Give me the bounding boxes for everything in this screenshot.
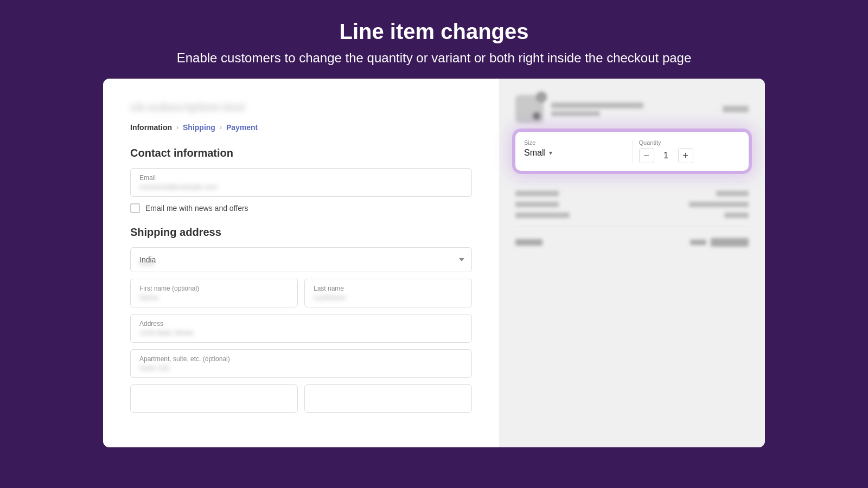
checkout-right-panel: 1 Size Small ▾ Quantity − (499, 79, 765, 447)
shipping-value (689, 202, 749, 207)
newsletter-checkbox-row: Email me with news and offers (130, 203, 472, 213)
shipping-label (515, 202, 559, 207)
variant-quantity-controls: Size Small ▾ Quantity − 1 + (515, 132, 749, 171)
page-title: Line item changes (22, 20, 846, 44)
summary-shipping-row (515, 202, 749, 207)
breadcrumb-sep-1: › (176, 124, 178, 131)
total-value (711, 238, 749, 247)
product-heart-icon (533, 112, 540, 120)
quantity-row: − 1 + (639, 148, 741, 163)
apt-label: Apartment, suite, etc. (optional) (139, 355, 463, 363)
newsletter-label: Email me with news and offers (145, 204, 248, 213)
contact-section-title: Contact information (130, 147, 472, 159)
size-label: Size (524, 139, 626, 146)
page-subtitle: Enable customers to change the quantity … (22, 50, 846, 66)
first-name-group: First name (optional) Name (130, 279, 298, 307)
breadcrumb: Information › Shipping › Payment (130, 123, 472, 132)
summary-tax-row (515, 213, 749, 218)
newsletter-checkbox[interactable] (130, 203, 140, 213)
subtotal-value (716, 191, 749, 196)
quantity-value: 1 (661, 151, 672, 160)
country-select[interactable]: Country/Region India (130, 247, 472, 272)
breadcrumb-payment[interactable]: Payment (226, 123, 258, 132)
shipping-section-title: Shipping address (130, 226, 472, 239)
address-label: Address (139, 320, 463, 328)
size-value: Small (524, 148, 546, 158)
quantity-label: Quantity (639, 139, 741, 146)
size-chevron-icon: ▾ (549, 149, 552, 157)
quantity-control: Quantity − 1 + (639, 139, 741, 163)
breadcrumb-sep-2: › (220, 124, 222, 131)
product-badge: 1 (536, 92, 547, 102)
country-field-group: Country/Region India India (130, 247, 472, 272)
checkout-panel: cb-subscription-test Information › Shipp… (103, 79, 765, 447)
total-label (515, 239, 542, 246)
name-row: First name (optional) Name Last name Las… (130, 279, 472, 314)
total-currency (690, 240, 706, 245)
last-name-label: Last name (314, 285, 463, 292)
product-name-blur (551, 102, 643, 108)
country-value: India (139, 259, 154, 267)
email-label: Email (139, 174, 463, 182)
first-name-label: First name (optional) (139, 285, 289, 292)
total-divider (515, 227, 749, 227)
product-row: 1 (515, 95, 749, 123)
state-group (304, 384, 472, 413)
address-group: Address 1234 Main Street (130, 314, 472, 343)
breadcrumb-shipping[interactable]: Shipping (183, 123, 215, 132)
size-control: Size Small ▾ (524, 139, 626, 163)
total-value-group (690, 238, 749, 247)
controls-divider (632, 139, 633, 163)
email-field-group: Email someone@example.com (130, 168, 472, 197)
apt-value: Suite 100 (139, 364, 463, 372)
city-state-row (130, 384, 472, 419)
subtotal-label (515, 191, 559, 196)
product-info (551, 102, 715, 116)
last-name-group: Last name LastName (304, 279, 472, 307)
total-row (515, 238, 749, 247)
first-name-value: Name (139, 293, 289, 301)
product-price-blur (723, 106, 749, 112)
store-name: cb-subscription-test (130, 100, 472, 114)
quantity-minus-button[interactable]: − (639, 148, 654, 163)
size-select-row[interactable]: Small ▾ (524, 148, 626, 158)
breadcrumb-information[interactable]: Information (130, 123, 172, 132)
address-value: 1234 Main Street (139, 329, 463, 337)
tax-label (515, 213, 570, 218)
city-group (130, 384, 298, 413)
product-sub-blur (551, 111, 600, 116)
quantity-plus-button[interactable]: + (678, 148, 693, 163)
page-header: Line item changes Enable customers to ch… (0, 0, 868, 76)
apt-group: Apartment, suite, etc. (optional) Suite … (130, 349, 472, 378)
email-value: someone@example.com (139, 183, 463, 191)
summary-subtotal-row (515, 191, 749, 196)
checkout-left-panel: cb-subscription-test Information › Shipp… (103, 79, 499, 447)
tax-value (724, 213, 749, 218)
last-name-value: LastName (314, 293, 463, 301)
summary-divider (515, 182, 749, 182)
